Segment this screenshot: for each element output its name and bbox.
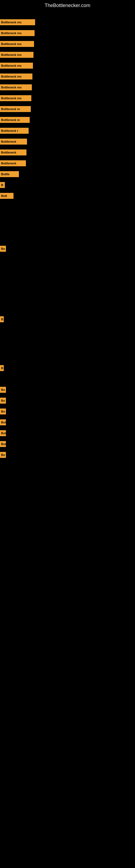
bar-item: B	[0, 182, 5, 188]
bar-label: Bottleneck	[0, 138, 27, 145]
bar-label: Bo	[0, 398, 6, 404]
bar-item: B	[0, 365, 4, 371]
bar-item: Bottleneck res	[0, 52, 34, 58]
bar-item: Bo	[0, 408, 6, 414]
bar-item: B	[0, 316, 4, 322]
bar-item: Bottleneck res	[0, 30, 35, 36]
bar-label: Bot	[0, 420, 6, 425]
bar-item: Bottleneck re	[0, 117, 30, 123]
bar-item: Bottleneck res	[0, 63, 33, 69]
bar-label: B	[0, 182, 5, 188]
site-title: TheBottlenecker.com	[0, 0, 135, 10]
bar-label: Bo	[0, 452, 6, 458]
bar-label: Bottleneck res	[0, 30, 35, 36]
bar-label: Bottleneck res	[0, 41, 34, 47]
bar-label: Bott	[0, 430, 6, 436]
bar-item: Bottle	[0, 171, 19, 177]
bar-item: Bott	[0, 430, 6, 436]
bar-label: Bottleneck res	[0, 84, 32, 90]
bar-label: Bottle	[0, 171, 19, 177]
bar-item: Bot	[0, 420, 6, 425]
bar-label: Bottleneck res	[0, 63, 33, 69]
bar-item: Bott	[0, 441, 6, 447]
bar-label: B	[0, 365, 4, 371]
bar-label: Bottleneck res	[0, 19, 35, 25]
bar-label: Bott	[0, 193, 13, 199]
bar-item: Bo	[0, 398, 6, 404]
bar-item: Bottleneck res	[0, 19, 35, 25]
bar-label: Bottleneck res	[0, 95, 31, 101]
bar-label: Bottleneck	[0, 160, 26, 166]
bar-item: Bottleneck res	[0, 95, 31, 101]
bar-item: Bottleneck	[0, 138, 27, 145]
bar-label: B	[0, 316, 4, 322]
bar-item: Bottleneck r	[0, 128, 29, 134]
bar-item: Bottleneck res	[0, 84, 32, 90]
bar-label: Bo	[0, 246, 6, 252]
bar-label: Bottleneck res	[0, 52, 34, 58]
bar-label: Bott	[0, 441, 6, 447]
bar-label: Bottleneck	[0, 150, 27, 155]
bar-label: Bottleneck re	[0, 106, 31, 112]
bar-item: Bottleneck	[0, 160, 26, 166]
bar-label: Bottleneck res	[0, 73, 32, 80]
bar-label: Bottleneck r	[0, 128, 29, 134]
bar-label: Bo	[0, 408, 6, 414]
bar-item: Bott	[0, 193, 13, 199]
bar-item: Bottleneck	[0, 150, 27, 155]
bar-label: Bottleneck re	[0, 117, 30, 123]
bar-item: Bottleneck re	[0, 106, 31, 112]
bar-item: Bo	[0, 452, 6, 458]
bar-item: Bo	[0, 246, 6, 252]
bar-item: Bottleneck res	[0, 41, 34, 47]
bar-label: Bo	[0, 387, 6, 393]
bar-item: Bottleneck res	[0, 73, 32, 80]
bar-item: Bo	[0, 387, 6, 393]
